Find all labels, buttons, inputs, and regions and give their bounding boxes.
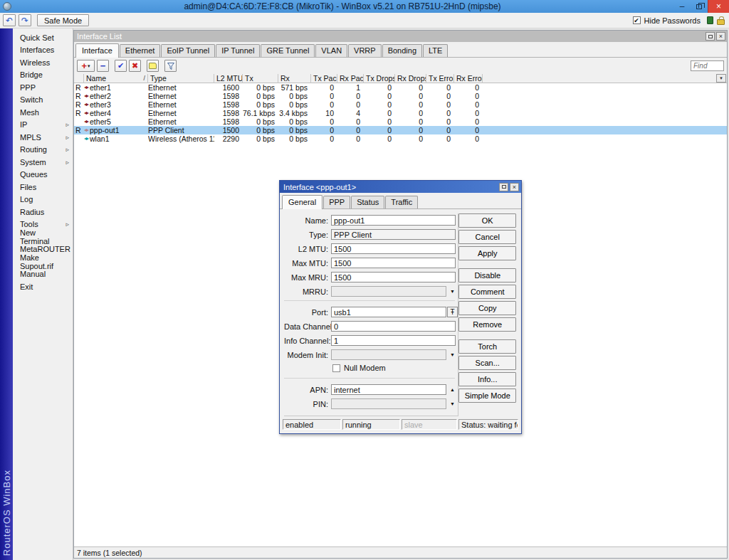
max-mtu-input[interactable] xyxy=(331,258,456,268)
modem-init-input[interactable] xyxy=(331,349,446,360)
info-channel-input[interactable] xyxy=(331,335,456,346)
table-row[interactable]: R ◂▸ppp-out1 PPP Client 1500 0 bps 0 bps… xyxy=(74,126,727,134)
tab[interactable]: VLAN xyxy=(315,44,347,57)
minimize-button[interactable]: – xyxy=(673,0,691,13)
tab[interactable]: Traffic xyxy=(385,196,418,208)
sidebar-item[interactable]: Interfaces ▹ xyxy=(13,44,73,57)
tab[interactable]: GRE Tunnel xyxy=(261,44,315,57)
table-row[interactable]: R ◂▸ether1 Ethernet 1600 0 bps 571 bps 0… xyxy=(74,83,727,92)
column-header-l2mtu[interactable]: L2 MTU xyxy=(214,74,243,83)
data-channel-input[interactable] xyxy=(331,321,456,332)
sidebar-item[interactable]: Queues ▹ xyxy=(13,169,73,181)
safe-mode-button[interactable]: Safe Mode xyxy=(37,14,89,26)
pin-input[interactable] xyxy=(331,398,446,409)
tab[interactable]: Status xyxy=(351,196,384,208)
window-restore-button[interactable] xyxy=(706,32,715,41)
port-list-button[interactable]: Ŧ xyxy=(447,307,458,317)
table-row[interactable]: ◂▸wlan1 Wireless (Atheros 11N) 2290 0 bp… xyxy=(74,134,727,143)
sidebar-item[interactable]: Log ▹ xyxy=(13,194,73,206)
disable-button[interactable]: ✖ xyxy=(129,60,141,72)
sidebar-item[interactable]: MPLS ▹ xyxy=(13,131,73,144)
undo-button[interactable]: ↶ xyxy=(3,14,16,26)
tab[interactable]: Ethernet xyxy=(120,44,161,57)
dialog-titlebar[interactable]: Interface <ppp-out1> × xyxy=(280,181,521,193)
chevron-up-icon[interactable]: ▲ xyxy=(450,387,455,392)
name-input[interactable] xyxy=(331,215,456,226)
tab[interactable]: Bonding xyxy=(382,44,422,57)
dialog-restore-button[interactable] xyxy=(499,183,508,191)
dialog-button[interactable]: Apply xyxy=(458,246,516,260)
chevron-down-icon[interactable]: ▼ xyxy=(450,352,455,357)
dialog-button[interactable]: Remove xyxy=(458,317,516,332)
max-mru-input[interactable] xyxy=(331,272,456,282)
filter-button[interactable] xyxy=(164,60,177,72)
tab[interactable]: EoIP Tunnel xyxy=(161,44,215,57)
sidebar-item[interactable]: PPP ▹ xyxy=(13,81,73,94)
find-input[interactable] xyxy=(691,60,724,71)
enable-button[interactable]: ✔ xyxy=(115,60,127,72)
tab[interactable]: General xyxy=(282,195,322,209)
l2mtu-input[interactable] xyxy=(331,243,456,254)
column-header-tx[interactable]: Tx xyxy=(243,74,278,83)
remove-button[interactable]: − xyxy=(97,60,109,72)
column-header-name[interactable]: Name/ xyxy=(84,74,148,83)
column-header-rx[interactable]: Rx xyxy=(278,74,311,83)
column-header-flag[interactable] xyxy=(74,74,84,83)
tab[interactable]: Interface xyxy=(75,43,119,58)
chevron-down-icon[interactable]: ▼ xyxy=(450,289,455,294)
tab[interactable]: IP Tunnel xyxy=(216,44,260,57)
redo-button[interactable]: ↷ xyxy=(19,14,31,26)
sidebar-item[interactable]: Quick Set ▹ xyxy=(13,31,73,44)
mrru-input[interactable] xyxy=(331,286,446,297)
column-select-button[interactable]: ▼ xyxy=(716,74,726,83)
table-row[interactable]: R ◂▸ether3 Ethernet 1598 0 bps 0 bps 0 0… xyxy=(74,100,727,109)
column-header-rx-packet[interactable]: Rx Pac... xyxy=(337,74,364,83)
dialog-button[interactable]: Torch xyxy=(458,339,516,354)
port-input[interactable] xyxy=(331,307,446,317)
sidebar-item[interactable]: Files ▹ xyxy=(13,181,73,194)
dialog-close-button[interactable]: × xyxy=(510,183,519,191)
column-header-rx-drops[interactable]: Rx Drops xyxy=(395,74,426,83)
table-row[interactable]: R ◂▸ether4 Ethernet 1598 76.1 kbps 3.4 k… xyxy=(74,109,727,117)
column-header-rx-errors[interactable]: Rx Errors xyxy=(454,74,483,83)
dialog-button[interactable]: Comment xyxy=(458,285,516,299)
table-row[interactable]: R ◂▸ether2 Ethernet 1598 0 bps 0 bps 0 0… xyxy=(74,92,727,100)
column-header-type[interactable]: Type xyxy=(148,74,214,83)
sidebar-item[interactable]: Switch ▹ xyxy=(13,94,73,107)
ethernet-icon: ◂▸ xyxy=(84,100,88,109)
sidebar-item[interactable]: Bridge ▹ xyxy=(13,69,73,82)
dialog-button[interactable]: Disable xyxy=(458,268,516,282)
sidebar-item[interactable]: New Terminal ▹ xyxy=(13,231,73,243)
tab[interactable]: VRRP xyxy=(348,44,382,57)
dialog-button[interactable]: Copy xyxy=(458,301,516,315)
window-close-button[interactable]: × xyxy=(716,32,725,41)
comment-button[interactable] xyxy=(147,60,159,72)
column-header-tx-packet[interactable]: Tx Pac... xyxy=(311,74,337,83)
tab[interactable]: LTE xyxy=(423,44,448,57)
sidebar-item[interactable]: Make Supout.rif ▹ xyxy=(13,255,73,268)
table-row[interactable]: ◂▸ether5 Ethernet 1598 0 bps 0 bps 0 0 0… xyxy=(74,117,727,126)
dialog-button[interactable]: Info... xyxy=(458,372,516,386)
tab[interactable]: PPP xyxy=(323,196,350,208)
apn-input[interactable] xyxy=(331,384,446,395)
column-header-tx-errors[interactable]: Tx Errors xyxy=(426,74,454,83)
restore-button[interactable] xyxy=(691,0,708,13)
chevron-down-icon[interactable]: ▼ xyxy=(450,401,455,406)
close-button[interactable]: × xyxy=(708,0,729,13)
sidebar-item[interactable]: Routing ▹ xyxy=(13,144,73,157)
null-modem-checkbox[interactable] xyxy=(332,364,340,372)
sidebar-item[interactable]: Exit ▹ xyxy=(13,280,73,293)
add-button[interactable]: + ▾ xyxy=(77,60,95,72)
sidebar-item[interactable]: IP ▹ xyxy=(13,119,73,132)
sidebar-item[interactable]: System ▹ xyxy=(13,156,73,169)
dialog-button[interactable]: Scan... xyxy=(458,356,516,370)
sidebar-item[interactable]: Wireless ▹ xyxy=(13,56,73,69)
dialog-button[interactable]: OK xyxy=(458,213,516,228)
hide-passwords-checkbox[interactable]: ✔ xyxy=(633,16,641,24)
interface-list-titlebar[interactable]: Interface List × xyxy=(74,31,727,42)
dialog-button[interactable]: Cancel xyxy=(458,230,516,244)
column-header-tx-drops[interactable]: Tx Drops xyxy=(364,74,395,83)
dialog-button[interactable]: Simple Mode xyxy=(458,389,516,403)
sidebar-item[interactable]: Mesh ▹ xyxy=(13,106,73,119)
sidebar-item[interactable]: Radius ▹ xyxy=(13,206,73,218)
